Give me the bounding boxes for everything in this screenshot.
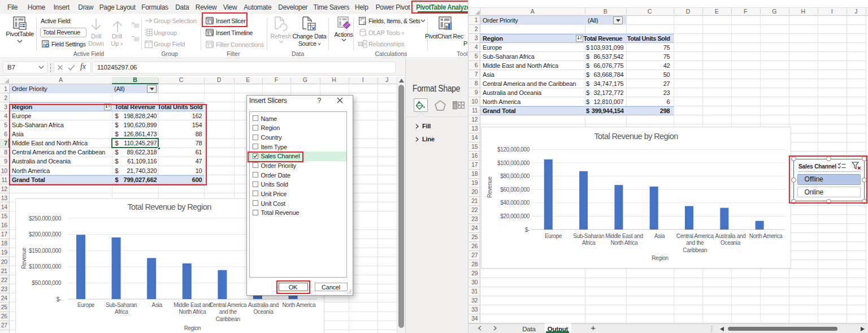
svg-text:fx: fx [364,33,367,36]
svg-text:Oceania: Oceania [721,240,741,246]
svg-text:7: 7 [147,43,150,48]
svg-text:$50,000,000: $50,000,000 [32,280,62,286]
svg-text:$100,000,000: $100,000,000 [29,263,62,270]
svg-text:$80,000,000: $80,000,000 [500,173,530,179]
svg-text:North Africa: North Africa [179,309,206,315]
svg-text:fx: fx [363,20,367,25]
svg-text:Caribbean: Caribbean [683,247,707,253]
svg-text:North Africa: North Africa [610,240,638,246]
svg-text:Total Revenue by Region: Total Revenue by Region [594,132,678,141]
svg-text:$40,000,000: $40,000,000 [500,200,530,206]
svg-text:$150,000,000: $150,000,000 [29,248,62,254]
svg-text:Australia and: Australia and [248,302,279,308]
svg-text:$120,000,000: $120,000,000 [497,146,530,153]
svg-text:$100,000,000: $100,000,000 [497,160,530,166]
svg-text:and the: and the [219,309,237,315]
svg-text:$20,000,000: $20,000,000 [500,213,530,219]
svg-text:Europe: Europe [77,302,95,308]
svg-text:$250,000,000: $250,000,000 [29,215,62,222]
svg-text:Oceania: Oceania [254,309,274,315]
svg-text:Middle East and: Middle East and [605,233,643,239]
svg-text:North America: North America [282,302,316,308]
svg-text:Asia: Asia [152,302,163,308]
svg-text:$60,000,000: $60,000,000 [500,187,530,193]
svg-text:North America: North America [749,233,783,239]
svg-text:Africa: Africa [582,240,596,246]
svg-text:Central America: Central America [209,302,247,308]
svg-text:Asia: Asia [654,233,665,239]
svg-text:Region: Region [184,325,201,331]
svg-text:Revenue: Revenue [487,176,493,197]
svg-text:and the: and the [686,240,704,246]
svg-text:Sub-Saharan: Sub-Saharan [573,233,604,239]
svg-text:Central America: Central America [676,233,714,239]
svg-text:Middle East and: Middle East and [173,302,211,308]
svg-text:Caribbean: Caribbean [216,316,240,322]
svg-text:$-: $- [57,296,61,302]
svg-text:Revenue: Revenue [21,247,27,269]
svg-text:Region: Region [652,255,669,261]
svg-text:Sub-Saharan: Sub-Saharan [106,302,137,308]
svg-text:Africa: Africa [115,309,128,315]
svg-text:$200,000,000: $200,000,000 [29,231,62,237]
svg-text:$-: $- [525,227,530,233]
svg-text:Australia and: Australia and [715,233,746,239]
svg-text:Total Revenue by Region: Total Revenue by Region [127,202,211,211]
svg-text:Europe: Europe [545,233,562,239]
